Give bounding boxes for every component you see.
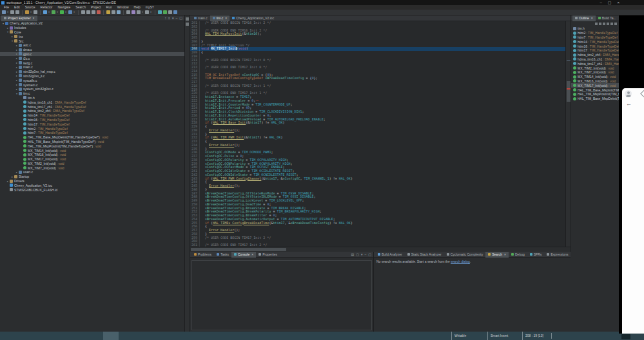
tree-item[interactable]: hdma_tim2_ch4 : DMA_HandleTypeDef <box>0 109 184 113</box>
search-icon[interactable] <box>106 10 110 14</box>
back-arrow-icon[interactable]: ← <box>626 100 632 107</box>
external-tools-icon[interactable] <box>168 10 172 14</box>
tree-item[interactable]: htim16 : TIM_HandleTypeDef <box>0 118 184 122</box>
tree-item[interactable]: hdma_tim17_ch1 : DMA_HandleTypeDef <box>0 104 184 109</box>
panel-header-icon[interactable]: ▾ <box>361 252 363 258</box>
console-panel-tab[interactable]: Console × <box>231 252 256 258</box>
build-all-icon[interactable] <box>34 10 37 14</box>
update-icon[interactable] <box>163 10 167 14</box>
tree-item[interactable]: ▸ adc.c <box>0 43 184 48</box>
panel-header-icon[interactable]: – <box>364 252 366 258</box>
terminate-icon[interactable] <box>97 10 101 14</box>
tree-item[interactable]: STM32G0B1CBUX_FLASH.ld <box>0 187 184 192</box>
search-panel-tab[interactable]: Static Stack Analyzer × <box>405 252 444 258</box>
step-into-icon[interactable] <box>81 10 85 14</box>
panel-header-icon[interactable]: ▾ <box>172 15 174 21</box>
console-panel-tab[interactable]: Problems × <box>191 252 214 258</box>
hscrollbar-thumb[interactable] <box>191 248 286 251</box>
tab-project-explorer[interactable]: Project Explorer × <box>1 15 37 21</box>
outline-toolbar[interactable] <box>571 21 619 26</box>
outline-item[interactable]: hdma_tim16_ch1 : DMA_HandleTypeDef <box>571 57 619 62</box>
build-icon[interactable] <box>25 10 29 14</box>
panel-header-icon[interactable]: ▢ <box>368 252 371 258</box>
last-edit-icon[interactable] <box>132 10 135 14</box>
panel-header-icon[interactable]: ↕ <box>165 15 167 21</box>
outline-tab[interactable]: Build Ta... × <box>596 15 619 21</box>
tree-item[interactable]: HAL_TIM_Base_MspInit(TIM_HandleTypeDef*)… <box>0 140 184 144</box>
run-icon[interactable] <box>60 10 64 14</box>
panel-header-icon[interactable]: ▢ <box>356 252 359 258</box>
tree-item[interactable]: ▾ tim.c <box>0 91 184 96</box>
mark-occurrences-icon[interactable] <box>112 10 115 14</box>
flash-icon[interactable] <box>158 10 162 14</box>
outline-item[interactable]: htim14 : TIM_HandleTypeDef <box>571 39 619 44</box>
outline-item[interactable]: MX_TIM16_Init(void) : void <box>571 79 619 84</box>
panel-header-icon[interactable]: – <box>175 15 177 21</box>
console-panel-tab[interactable]: Properties × <box>256 252 280 258</box>
close-icon[interactable]: × <box>33 16 35 20</box>
menu-item[interactable]: Help <box>132 5 143 10</box>
maximize-icon[interactable]: ▢ <box>608 0 612 5</box>
tree-item[interactable]: Cherry_Application_V2.ioc <box>0 183 184 187</box>
search-panel-tab[interactable]: Cyclomatic Complexity × <box>444 252 486 258</box>
tree-item[interactable]: ▸ Startup <box>0 175 184 179</box>
menu-item[interactable]: Source <box>23 5 38 10</box>
search-panel-tab[interactable]: Debug × <box>509 252 527 258</box>
menu-item[interactable]: Project <box>88 5 104 10</box>
menu-item[interactable]: Navigate <box>55 5 73 10</box>
tree-item[interactable]: ▾ Cherry_Application_V2 <box>0 21 184 26</box>
search-panel-tab[interactable]: Build Analyzer × <box>375 252 405 258</box>
outline-item[interactable]: MX_TIM14_Init(void) : void <box>571 75 619 79</box>
close-icon[interactable]: × <box>225 16 227 20</box>
search-panel-tab[interactable]: Search × <box>485 252 509 258</box>
tree-item[interactable]: ▸ gpio.c <box>0 52 184 57</box>
tree-item[interactable]: ▸ Drivers <box>0 179 184 184</box>
save-all-icon[interactable] <box>15 10 19 14</box>
tree-item[interactable]: ▸ iwdg.c <box>0 61 184 65</box>
editor-tab[interactable]: Cherry_Application_V2.ioc × <box>229 15 277 21</box>
step-return-icon[interactable] <box>92 10 95 14</box>
toolbar-icon[interactable] <box>103 10 104 15</box>
outline-item[interactable]: HAL_TIM_MspPostInit(TIM_HandleTypeDef*) … <box>571 92 619 97</box>
avatar[interactable] <box>625 90 632 97</box>
outline-item[interactable]: htim16 : TIM_HandleTypeDef <box>571 44 619 48</box>
minimized-views-strip[interactable] <box>185 15 190 332</box>
editor-tab[interactable]: main.c × <box>191 15 210 21</box>
toolbar-icon[interactable] <box>40 10 41 15</box>
taskbar-app-icon[interactable] <box>621 334 630 339</box>
forward-icon[interactable] <box>145 10 149 14</box>
code-editor[interactable]: 201 /* USER CODE BEGIN TIM16_Init 2 */ 2… <box>190 21 571 247</box>
outline-item[interactable]: MX_TIM17_Init(void) : void <box>571 83 619 88</box>
tree-item[interactable]: ▸ sysmem.c <box>0 82 184 87</box>
panel-header-icon[interactable]: ▢ <box>179 15 182 21</box>
new-c-file-icon[interactable] <box>43 10 47 14</box>
tree-item[interactable]: htim14 : TIM_HandleTypeDef <box>0 113 184 118</box>
outline-item[interactable]: HAL_TIM_Base_MspInit(TIM_HandleTypeDef*)… <box>571 88 619 92</box>
profile-icon[interactable] <box>68 10 72 14</box>
tree-item[interactable]: ▸ dma.c <box>0 48 184 52</box>
tree-item[interactable]: MX_TIM16_Init(void) : void <box>0 153 184 157</box>
toolbar-icon[interactable] <box>123 10 124 15</box>
tree-item[interactable]: MX_TIM14_Init(void) : void <box>0 148 184 153</box>
menu-item[interactable]: myST <box>143 5 157 10</box>
search-dialog-link[interactable]: search dialog <box>451 260 470 263</box>
debug-icon[interactable] <box>52 10 55 14</box>
outline-item[interactable]: htim7 : TIM_HandleTypeDef <box>571 35 619 40</box>
tree-item[interactable]: HAL_TIM_MspPostInit(TIM_HandleTypeDef*) … <box>0 144 184 148</box>
outline-item[interactable]: hdma_tim2_ch4 : DMA_HandleTypeDef <box>571 53 619 57</box>
toolbar-icon[interactable] <box>155 10 155 15</box>
editor-scrollbar[interactable] <box>565 21 571 247</box>
tree-item[interactable]: ▸ main.c <box>0 65 184 70</box>
tree-item[interactable]: ▸ system_stm32g0xx.c <box>0 87 184 91</box>
tree-item[interactable]: ▸ stm32g0xx_hal_msp.c <box>0 70 184 74</box>
tree-item[interactable]: ▾ Core <box>0 30 184 35</box>
menu-item[interactable]: File <box>1 5 12 10</box>
close-icon[interactable]: × <box>591 16 593 20</box>
search-panel-tab[interactable]: SFRs × <box>527 252 545 258</box>
pin-editor-icon[interactable] <box>126 10 130 14</box>
tree-item[interactable]: MX_TIM7_Init(void) : void <box>0 165 184 170</box>
tree-item[interactable]: ▸ syscalls.c <box>0 78 184 82</box>
minimize-icon[interactable]: – <box>600 0 601 5</box>
menu-item[interactable]: Window <box>115 5 132 10</box>
toolbar-icon[interactable] <box>22 10 23 15</box>
